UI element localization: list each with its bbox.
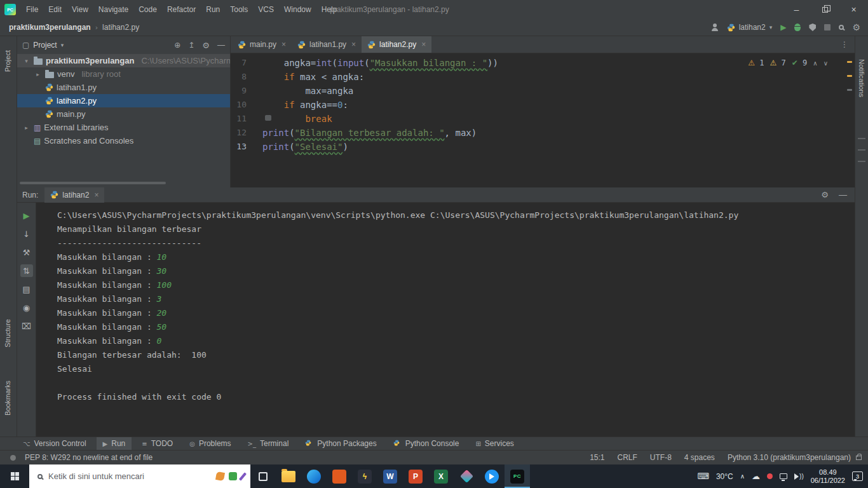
taskbar-app-word[interactable]: W [377, 464, 403, 488]
tree-item-praktikum3perulangan[interactable]: ▾praktikum3perulanganC:\Users\ASUS\Pycha… [17, 54, 230, 67]
settings-button[interactable]: ⚒ [20, 246, 33, 259]
network-icon[interactable] [780, 473, 787, 479]
status-widget-python-3-10-praktikum3perulangan-[interactable]: Python 3.10 (praktikum3perulangan) [728, 453, 851, 462]
menu-run[interactable]: Run [201, 0, 225, 19]
breadcrumb-item[interactable]: latihan2.py [102, 23, 139, 32]
tree-item-latihan1-py[interactable]: latihan1.py [17, 81, 230, 94]
expander-icon[interactable]: ▸ [34, 71, 42, 78]
code-text[interactable]: print("Bilangan terbesar adalah: ", max) [262, 126, 477, 140]
code-text[interactable]: angka=int(input("Masukkan bilangan : ")) [262, 56, 498, 70]
horizontal-scrollbar[interactable] [20, 182, 166, 184]
tree-item-latihan2-py[interactable]: latihan2.py [17, 94, 230, 107]
stripe-notifications-button[interactable]: Notifications [858, 59, 865, 97]
clock[interactable]: 08.49 06/11/2022 [811, 468, 845, 485]
taskbar-app-file-explorer[interactable] [276, 464, 301, 488]
tab-close-icon[interactable]: × [351, 40, 356, 49]
menu-vcs[interactable]: VCS [253, 0, 279, 19]
taskbar-app-excel[interactable]: X [428, 464, 454, 488]
notification-center-button[interactable]: 3 [852, 471, 863, 481]
prev-problem-icon[interactable]: ∧ [813, 60, 817, 67]
menu-edit[interactable]: Edit [43, 0, 67, 19]
line-number[interactable]: 8 [231, 70, 262, 84]
console-output[interactable]: C:\Users\ASUS\PycharmProjects\praktikum3… [36, 203, 855, 437]
collapse-all-icon[interactable]: ↥ [188, 41, 194, 50]
line-number[interactable]: 10 [231, 98, 262, 112]
taskbar-search[interactable]: Ketik di sini untuk mencari [29, 464, 250, 488]
record-icon[interactable] [767, 473, 773, 479]
editor-tab-latihan1-py[interactable]: latihan1.py× [292, 36, 362, 53]
stripe-bookmarks-button[interactable]: Bookmarks [4, 381, 11, 416]
line-number[interactable]: 7 [231, 56, 262, 70]
status-message[interactable]: PEP 8: W292 no newline at end of file [25, 453, 153, 462]
temperature-widget[interactable]: 30°C [716, 472, 733, 481]
project-pane-selector[interactable]: Project [33, 41, 57, 50]
toolwindow-button-python-console[interactable]: Python Console [387, 437, 466, 451]
tab-close-icon[interactable]: × [421, 40, 426, 49]
expander-icon[interactable]: ▸ [22, 125, 31, 131]
stop-button[interactable] [824, 24, 831, 30]
run-configuration-select[interactable]: latihan2 ▾ [727, 23, 773, 32]
menu-help[interactable]: Help [316, 0, 342, 19]
run-tab[interactable]: latihan2 × [44, 187, 104, 203]
taskbar-app-powerpoint[interactable]: P [403, 464, 428, 488]
menu-navigate[interactable]: Navigate [93, 0, 133, 19]
stripe-project-button[interactable]: Project [4, 50, 11, 72]
taskbar-app-app-blue[interactable] [479, 464, 505, 488]
lock-icon[interactable] [856, 456, 862, 460]
toolwindow-button-todo[interactable]: ≡TODO [135, 437, 179, 451]
pin-button[interactable]: ◉ [20, 301, 33, 314]
menu-tools[interactable]: Tools [225, 0, 253, 19]
code-area[interactable]: 7 angka=int(input("Masukkan bilangan : "… [231, 53, 855, 187]
toolwindow-button-version-control[interactable]: ⌥Version Control [17, 437, 93, 451]
editor-tab-latihan2-py[interactable]: latihan2.py× [362, 36, 431, 53]
tab-close-icon[interactable]: × [281, 40, 286, 49]
menu-code[interactable]: Code [133, 0, 162, 19]
debug-button[interactable] [794, 24, 801, 31]
status-widget-crlf[interactable]: CRLF [618, 453, 637, 462]
code-text[interactable]: if angka==0: [262, 98, 348, 112]
code-text[interactable]: break [262, 112, 332, 126]
toolwindow-button-problems[interactable]: ◎Problems [183, 437, 237, 451]
tree-item-scratches-and-consoles[interactable]: ▤Scratches and Consoles [17, 134, 230, 147]
taskbar-app-edge[interactable] [301, 464, 327, 488]
status-indicator-icon[interactable] [10, 455, 16, 461]
show-hidden-icons-chevron[interactable]: ∧ [740, 473, 745, 480]
volume-icon[interactable]: )) [794, 473, 804, 480]
clear-button[interactable]: ⌧ [20, 320, 33, 332]
status-widget-4-spaces[interactable]: 4 spaces [684, 453, 715, 462]
coverage-button[interactable] [809, 24, 816, 31]
run-button[interactable]: ▶ [780, 23, 786, 32]
gutter-fold-marker[interactable] [265, 115, 271, 121]
user-icon[interactable] [711, 24, 719, 31]
menu-file[interactable]: File [21, 0, 43, 19]
task-view-button[interactable] [250, 464, 276, 488]
menu-refactor[interactable]: Refactor [162, 0, 201, 19]
restore-button[interactable] [811, 0, 839, 19]
status-widget-utf-8[interactable]: UTF-8 [650, 453, 672, 462]
toolwindow-button-python-packages[interactable]: Python Packages [299, 437, 383, 451]
menu-view[interactable]: View [67, 0, 93, 19]
inspections-widget[interactable]: ⚠ 1 ⚠ 7 ✔ 9 ∧ ∨ [748, 58, 828, 67]
search-everywhere-icon[interactable] [839, 25, 844, 30]
error-stripe-mark[interactable] [847, 75, 852, 77]
run-settings-gear-icon[interactable]: ⚙ [821, 190, 829, 200]
taskbar-app-app-orange[interactable] [327, 464, 352, 488]
toolwindow-button-run[interactable]: ▶Run [97, 437, 132, 451]
panel-settings-icon[interactable]: ⚙ [202, 41, 210, 50]
hide-run-panel-icon[interactable]: — [839, 190, 847, 200]
hide-panel-icon[interactable]: — [217, 41, 225, 50]
next-problem-icon[interactable]: ∨ [824, 60, 828, 67]
close-icon[interactable]: × [94, 191, 98, 200]
tree-item-main-py[interactable]: main.py [17, 107, 230, 121]
print-button[interactable]: ▤ [20, 283, 33, 295]
toolwindow-button-terminal[interactable]: >_Terminal [241, 437, 295, 451]
line-number[interactable]: 12 [231, 126, 262, 140]
minimize-button[interactable]: – [782, 0, 811, 19]
editor-tab-main-py[interactable]: main.py× [232, 36, 292, 53]
tab-options-icon[interactable]: ⋮ [834, 36, 855, 53]
scroll-down-button[interactable]: ↓ [20, 227, 33, 240]
line-number[interactable]: 13 [231, 140, 262, 154]
taskbar-app-app-lightning[interactable]: ϟ [352, 464, 377, 488]
touch-keyboard-icon[interactable]: ⌨ [697, 471, 709, 481]
locate-file-icon[interactable]: ⊕ [174, 41, 180, 50]
